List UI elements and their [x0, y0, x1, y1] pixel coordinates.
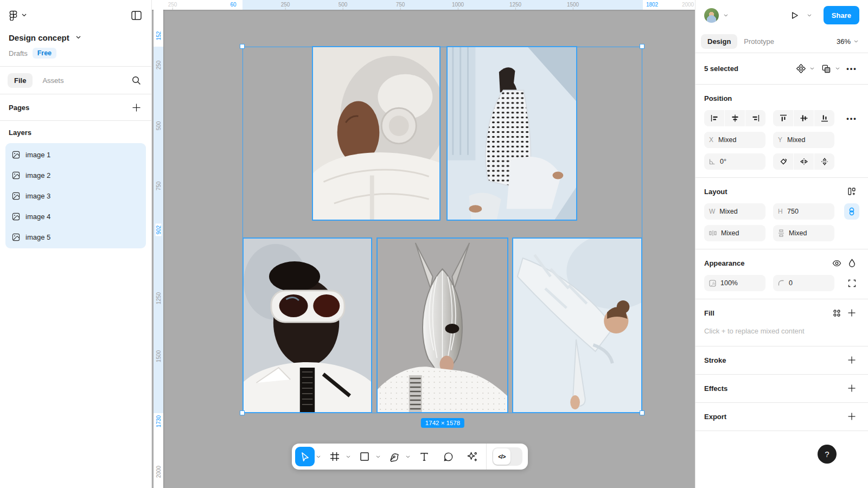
- horizontal-resizing-value: Mixed: [721, 229, 739, 237]
- fill-title: Fill: [704, 309, 714, 317]
- tab-prototype[interactable]: Prototype: [737, 34, 781, 49]
- rotation-field[interactable]: 0°: [704, 153, 765, 170]
- toggle-panel-icon[interactable]: [129, 8, 144, 23]
- tab-design[interactable]: Design: [701, 34, 737, 49]
- file-title-row[interactable]: Design concept: [0, 30, 151, 44]
- shape-tool-chevron[interactable]: [374, 447, 382, 466]
- apply-styles-icon[interactable]: [829, 305, 844, 320]
- canvas-image-4[interactable]: [376, 237, 508, 413]
- auto-layout-icon[interactable]: [844, 184, 859, 199]
- canvas-viewport[interactable]: 1742 × 1578 250 60 250 500 750 1000 1250…: [152, 0, 695, 488]
- add-effect-icon[interactable]: [844, 381, 859, 396]
- flip-vertical-icon[interactable]: [814, 153, 834, 170]
- user-avatar[interactable]: [704, 8, 719, 23]
- effects-title: Effects: [704, 384, 727, 393]
- blend-droplet-icon[interactable]: [844, 255, 859, 271]
- layer-row-image-1[interactable]: image 1: [5, 144, 146, 165]
- present-button[interactable]: [787, 8, 802, 23]
- appearance-section: Appearance 100% 0: [695, 249, 868, 299]
- align-right-icon[interactable]: [745, 110, 765, 126]
- selection-handle-top-right[interactable]: [640, 44, 644, 49]
- align-left-icon[interactable]: [704, 110, 724, 126]
- ruler-horizontal[interactable]: 250 60 250 500 750 1000 1250 1500 1802 2…: [152, 0, 695, 10]
- dev-mode-toggle[interactable]: </>: [492, 447, 522, 466]
- move-tool-chevron[interactable]: [315, 447, 322, 466]
- help-button[interactable]: ?: [818, 445, 837, 464]
- independent-corners-icon[interactable]: [844, 275, 859, 291]
- x-position-field[interactable]: X Mixed: [704, 132, 765, 148]
- flip-horizontal-icon[interactable]: [794, 153, 814, 170]
- avatar-chevron[interactable]: [722, 5, 730, 25]
- pen-tool-button[interactable]: [385, 447, 404, 466]
- image-layer-icon: [12, 151, 20, 159]
- more-options-icon[interactable]: •••: [844, 61, 859, 76]
- image-layer-icon: [12, 171, 20, 179]
- canvas-image-2[interactable]: [446, 46, 577, 221]
- pages-label[interactable]: Pages: [9, 104, 29, 112]
- main-menu-button[interactable]: [9, 10, 27, 21]
- align-vertical-center-icon[interactable]: [794, 110, 814, 126]
- selection-size-badge: 1742 × 1578: [421, 418, 464, 428]
- align-horizontal-center-icon[interactable]: [725, 110, 745, 126]
- share-button[interactable]: Share: [824, 6, 859, 24]
- selection-handle-bottom-right[interactable]: [640, 410, 644, 415]
- add-fill-icon[interactable]: [844, 305, 859, 320]
- layer-row-image-2[interactable]: image 2: [5, 165, 146, 185]
- frame-tool-button[interactable]: [325, 447, 344, 466]
- add-export-icon[interactable]: [844, 409, 859, 424]
- breadcrumb-drafts[interactable]: Drafts: [9, 49, 28, 57]
- vertical-resizing-field[interactable]: Mixed: [773, 225, 834, 241]
- opacity-field[interactable]: 100%: [704, 275, 765, 291]
- align-bottom-icon[interactable]: [814, 110, 834, 126]
- present-chevron[interactable]: [806, 5, 813, 25]
- selection-handle-bottom-left[interactable]: [240, 410, 245, 415]
- y-position-field[interactable]: Y Mixed: [773, 132, 834, 148]
- horizontal-resizing-field[interactable]: Mixed: [704, 225, 765, 241]
- layer-row-image-5[interactable]: image 5: [5, 227, 146, 247]
- pen-tool-chevron[interactable]: [404, 447, 412, 466]
- constrain-proportions-icon[interactable]: [844, 203, 859, 220]
- photo-silver-mask-portrait: [378, 239, 507, 412]
- add-page-button[interactable]: [129, 100, 144, 115]
- comment-tool-button[interactable]: [438, 447, 458, 466]
- layer-row-image-3[interactable]: image 3: [5, 185, 146, 206]
- text-icon: [419, 452, 429, 461]
- align-top-icon[interactable]: [773, 110, 793, 126]
- width-value: Mixed: [719, 208, 737, 215]
- layer-row-image-4[interactable]: image 4: [5, 206, 146, 227]
- frame-tool-chevron[interactable]: [344, 447, 352, 466]
- add-stroke-icon[interactable]: [844, 352, 859, 368]
- component-chevron[interactable]: [808, 59, 816, 79]
- zoom-control[interactable]: 36%: [837, 37, 863, 46]
- plan-badge[interactable]: Free: [33, 48, 56, 59]
- effects-section: Effects: [695, 375, 868, 403]
- layout-title: Layout: [704, 188, 727, 196]
- more-alignment-icon[interactable]: •••: [844, 111, 859, 126]
- ruler-tick-label: 250: [281, 2, 290, 8]
- mask-chevron[interactable]: [834, 59, 841, 79]
- vertical-resizing-value: Mixed: [789, 229, 807, 237]
- rotate-icon[interactable]: [773, 153, 793, 170]
- photo-white-visor-portrait: [244, 239, 371, 412]
- canvas-image-1[interactable]: [312, 46, 441, 221]
- canvas-image-5[interactable]: [512, 237, 642, 413]
- ruler-vertical[interactable]: 152 250 500 750 902 1250 1500 1730 2000: [154, 10, 163, 488]
- actions-tool-button[interactable]: [462, 447, 482, 466]
- tab-file[interactable]: File: [8, 73, 33, 88]
- canvas-image-3[interactable]: [242, 237, 372, 413]
- visibility-eye-icon[interactable]: [829, 255, 844, 271]
- move-tool-button[interactable]: [295, 447, 315, 466]
- height-field[interactable]: H 750: [773, 203, 834, 220]
- tab-assets[interactable]: Assets: [36, 73, 70, 88]
- shape-tool-button[interactable]: [355, 447, 374, 466]
- ruler-tick-label: 750: [396, 2, 405, 8]
- search-icon[interactable]: [129, 73, 144, 88]
- zoom-level: 36%: [837, 37, 851, 46]
- width-field[interactable]: W Mixed: [704, 203, 765, 220]
- selection-handle-top-left[interactable]: [240, 44, 245, 49]
- create-component-icon[interactable]: [793, 61, 808, 76]
- corner-radius-field[interactable]: 0: [773, 275, 834, 291]
- mask-icon[interactable]: [819, 61, 834, 76]
- text-tool-button[interactable]: [414, 447, 434, 466]
- layer-name: image 2: [25, 171, 50, 179]
